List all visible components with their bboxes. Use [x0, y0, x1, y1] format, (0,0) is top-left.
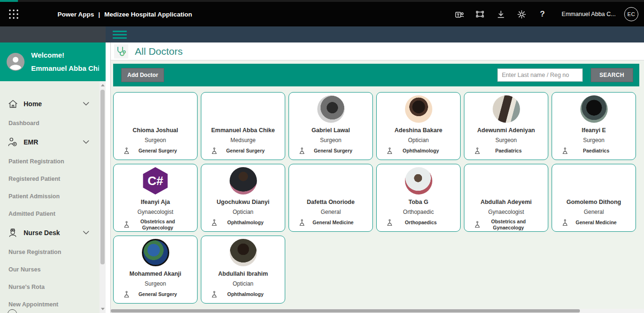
doctor-name: Mohammed Akanji	[114, 271, 197, 277]
doctor-photo-grayscale-portrait	[317, 95, 345, 123]
sidebar-main-divider	[106, 42, 111, 313]
chevron-down-icon	[83, 102, 90, 107]
doctor-card[interactable]: Mohammed Akanji Surgeon General Surgery	[113, 236, 198, 304]
doctor-role: Optician	[377, 137, 460, 144]
settings-gear-icon[interactable]	[513, 6, 529, 22]
search-button[interactable]: SEARCH	[591, 68, 633, 82]
scroll-down-arrow-icon[interactable]	[99, 306, 106, 312]
doctor-card[interactable]: Ugochukwu Dianyi Optician Ophthalmology	[201, 164, 285, 232]
department-icon	[298, 219, 305, 227]
sidebar-item-emr[interactable]: EMR	[0, 132, 106, 152]
waffle-menu-icon[interactable]	[6, 6, 22, 22]
doctor-name: Gomolemo Dithong	[552, 199, 636, 205]
app-title-bar: Power Apps | Medizee Hospital Applicatio…	[58, 11, 192, 18]
sidebar-item-label: Nurse's Rota	[8, 284, 45, 290]
add-doctor-button[interactable]: Add Doctor	[121, 68, 164, 82]
doctor-photo-csharp-logo: C#	[142, 167, 169, 195]
sidebar-item-new-appointment[interactable]: New Appointment	[0, 296, 106, 313]
doctor-card[interactable]: Abdullahi Ibrahim Optician Ophthalmology	[201, 236, 285, 304]
doctor-department: Orthopaedics	[405, 220, 437, 226]
sidebar-item-home[interactable]: Home	[0, 93, 106, 114]
department-icon	[298, 147, 305, 155]
department-icon	[211, 219, 218, 227]
doctor-department: General Surgery	[139, 291, 177, 297]
sidebar-menu: Home Dashboard EMR Patient Registration …	[0, 81, 106, 313]
doctor-name: Adewunmi Adeniyan	[464, 127, 548, 134]
teams-icon[interactable]	[451, 6, 467, 22]
hamburger-menu-icon[interactable]	[113, 29, 127, 41]
main-horizontal-scrollbar-thumb[interactable]	[111, 309, 580, 313]
sidebar-item-nurse-s-rota[interactable]: Nurse's Rota	[0, 278, 106, 296]
help-icon[interactable]: ?	[534, 6, 550, 22]
doctor-department: Obstetrics and Gynaecology	[485, 219, 532, 231]
sidebar-item-label: Dashboard	[8, 120, 39, 127]
profile-avatar-icon	[7, 53, 25, 71]
doctor-photo-portrait-suit	[230, 167, 257, 195]
top-bar-user-name[interactable]: Emmanuel Abba C...	[561, 11, 616, 17]
content-area: Add Doctor SEARCH Chioma Joshual Surgeon…	[111, 60, 644, 313]
nurse-icon	[7, 228, 19, 238]
doctor-card[interactable]: Dafetta Onoriode General General Medicin…	[289, 164, 373, 232]
scroll-up-arrow-icon[interactable]	[99, 82, 106, 88]
doctor-department: Ophthalmology	[227, 220, 264, 226]
sidebar-item-dashboard[interactable]: Dashboard	[0, 114, 106, 132]
doctor-card[interactable]: Chioma Joshual Surgeon General Surgery	[113, 92, 198, 160]
sidebar-item-our-nurses[interactable]: Our Nurses	[0, 261, 106, 278]
doctor-card[interactable]: Adeshina Bakare Optician Ophthalmology	[376, 92, 461, 160]
doctor-role: Surgeon	[114, 137, 197, 144]
department-icon	[123, 221, 130, 228]
doctor-card[interactable]: C# Ifeanyi Aja Gynaecologist Obstetrics …	[113, 164, 198, 232]
sidebar-item-nurse-desk[interactable]: Nurse Desk	[0, 222, 106, 243]
main-panel: All Doctors Add Doctor SEARCH Chioma Jos…	[111, 42, 644, 313]
sidebar-scrollbar-thumb[interactable]	[100, 90, 105, 264]
doctor-department: Obstetrics and Gynaecology	[134, 219, 181, 231]
doctor-card[interactable]: Adewunmi Adeniyan Surgeon Paediatrics	[464, 92, 548, 160]
fit-to-window-icon[interactable]	[472, 6, 488, 22]
department-icon	[386, 219, 393, 227]
top-strip-accent	[0, 0, 18, 2]
sidebar-item-label: Patient Registration	[8, 158, 64, 165]
sidebar-item-label: Registered Patient	[8, 176, 60, 182]
doctor-card[interactable]: Emmanuel Abba Chike Medsurge General Sur…	[201, 92, 285, 160]
doctor-name: Toba G	[377, 199, 460, 205]
sidebar-scrollbar[interactable]	[99, 81, 106, 313]
doctor-department: Paediatrics	[495, 148, 521, 154]
doctor-role: Surgeon	[289, 137, 372, 144]
doctor-role: Medsurge	[201, 137, 285, 144]
page-title: All Doctors	[135, 46, 183, 57]
user-avatar[interactable]: EC	[624, 7, 638, 21]
doctor-card[interactable]: Abdullah Adeyemi Gynaecologist Obstetric…	[464, 164, 548, 232]
doctor-name: Abdullahi Ibrahim	[201, 271, 285, 277]
sidebar-item-label: Admitted Patient	[8, 211, 55, 217]
sidebar-item-label: New Appointment	[8, 301, 58, 308]
main-horizontal-scrollbar[interactable]	[111, 309, 644, 313]
power-apps-top-bar: Power Apps | Medizee Hospital Applicatio…	[0, 2, 644, 26]
doctor-card[interactable]: Toba G Orthopaedic Orthopaedics	[376, 164, 461, 232]
department-icon	[211, 291, 218, 298]
doctor-card[interactable]: Gabriel Lawal Surgeon General Surgery	[289, 92, 373, 160]
doctor-role: Optician	[201, 209, 285, 215]
department-icon	[561, 219, 569, 227]
doctor-name: Chioma Joshual	[114, 127, 197, 134]
sidebar-header-strip	[0, 26, 106, 42]
sidebar-item-admitted-patient[interactable]: Admitted Patient	[0, 205, 106, 222]
welcome-user-name: Emmanuel Abba Chi...	[31, 62, 99, 76]
csharp-logo-label: C#	[148, 174, 163, 188]
sidebar-item-label: Home	[24, 100, 42, 108]
sidebar-item-patient-admission[interactable]: Patient Admission	[0, 187, 106, 205]
download-icon[interactable]	[493, 6, 509, 22]
search-input[interactable]	[497, 68, 583, 82]
doctor-role: Surgeon	[552, 137, 636, 144]
doctor-photo-earth-globe	[142, 239, 169, 266]
sidebar-item-registered-patient[interactable]: Registered Patient	[0, 170, 106, 187]
doctor-name: Emmanuel Abba Chike	[201, 127, 285, 134]
department-icon	[123, 147, 130, 155]
doctor-card[interactable]: Gomolemo Dithong General General Medicin…	[552, 164, 636, 232]
doctor-role: General	[552, 209, 636, 215]
doctor-card[interactable]: Ifeanyi E Surgeon Paediatrics	[552, 92, 636, 160]
doctors-toolbar: Add Doctor SEARCH	[113, 64, 639, 86]
doctor-name: Abdullah Adeyemi	[464, 199, 548, 205]
sidebar-item-patient-registration[interactable]: Patient Registration	[0, 152, 106, 170]
sidebar-item-nurse-registration[interactable]: Nurse Registration	[0, 243, 106, 261]
home-icon	[7, 99, 19, 109]
